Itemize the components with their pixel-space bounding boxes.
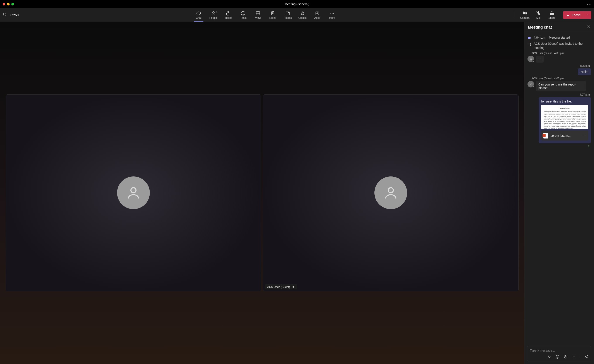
svg-point-31 [530,58,531,59]
composer-separator [580,355,580,359]
chat-message-self[interactable]: Hello! [578,68,591,75]
svg-point-3 [243,13,244,13]
participant-name-plate: ACS User (Guest) [265,284,297,290]
react-label: React [240,16,246,20]
apps-icon [315,11,320,16]
more-button[interactable]: More [328,11,337,20]
apps-button[interactable]: Apps [313,11,322,20]
svg-point-16 [332,13,332,13]
view-button[interactable]: View [253,11,263,20]
react-icon [241,11,246,16]
view-icon [255,11,261,16]
message-timestamp: 4:05 p.m. [527,64,591,67]
svg-point-34 [556,355,559,358]
svg-point-32 [530,83,531,84]
svg-point-17 [333,13,334,13]
emoji-button[interactable] [555,355,560,359]
svg-point-33 [588,145,590,147]
rooms-label: Rooms [284,16,292,20]
shield-icon[interactable] [3,13,7,18]
participant-name: ACS User (Guest) [267,285,290,289]
rooms-icon [285,11,290,16]
chat-icon [196,11,201,16]
mic-off-icon [536,11,541,16]
apps-label: Apps [314,16,320,20]
notes-icon [270,11,275,16]
close-chat-button[interactable] [587,25,591,30]
message-header: ACS User (Guest)4:05 p.m. [531,52,591,55]
chat-message-list[interactable]: 4:04 p.m. Meeting started ACS User (Gues… [524,33,594,344]
more-label: More [329,16,335,20]
rooms-button[interactable]: Rooms [283,11,292,20]
chat-panel: Meeting chat 4:04 p.m. Meeting started A… [524,22,594,364]
leave-caret-button[interactable] [584,11,591,19]
window-title: Meeting (General) [285,2,310,6]
people-button[interactable]: 2 People [209,11,218,20]
meeting-started-icon [527,36,531,40]
chat-message[interactable]: Can you send me the report please? [536,81,586,91]
raise-label: Raise [225,16,232,20]
leave-label: Leave [572,13,581,17]
leave-button[interactable]: Leave [563,11,584,19]
react-button[interactable]: React [239,11,248,20]
svg-point-23 [388,188,393,193]
svg-point-22 [131,188,136,193]
format-button[interactable] [547,355,551,359]
sender-avatar-icon [527,81,534,88]
camera-button[interactable]: Camera [520,11,529,20]
maximize-window-button[interactable] [11,3,14,6]
notes-button[interactable]: Notes [268,11,277,20]
share-label: Share [548,16,555,20]
raise-hand-icon [226,11,231,16]
share-icon [549,11,554,16]
video-stage: ACS User (Guest) [0,22,524,364]
chat-message-self-file[interactable]: for sure, this is the file: Lorem ipsum … [539,97,591,143]
participant-tile-guest[interactable]: ACS User (Guest) [263,94,519,291]
close-window-button[interactable] [3,3,5,6]
chat-message[interactable]: Hi [536,56,544,63]
copilot-button[interactable]: Copilot [298,11,307,20]
svg-point-15 [330,13,331,13]
camera-label: Camera [520,16,529,20]
file-preview[interactable]: Lorem ipsum Lorem ipsum dolor sit amet, … [541,105,588,129]
system-message: 4:04 p.m. Meeting started [533,35,570,40]
people-count-badge: 2 [216,10,217,13]
invited-icon [527,42,531,46]
system-message: ACS User (Guest) was invited to the meet… [533,42,591,50]
chat-panel-title: Meeting chat [528,25,552,30]
message-composer [524,344,594,364]
avatar-placeholder-icon [374,176,407,209]
file-name: Lorem ipsum.... [550,134,580,137]
people-label: People [209,16,217,20]
titlebar: Meeting (General) [0,0,594,8]
svg-point-2 [242,13,243,13]
avatar-placeholder-icon [117,176,150,209]
message-timestamp: 4:07 p.m. [527,93,591,96]
mic-muted-icon [292,285,295,289]
svg-point-35 [557,356,557,357]
message-input[interactable] [530,349,588,352]
loop-button[interactable] [563,355,568,359]
svg-rect-7 [271,12,274,15]
meeting-toolbar: 02:59 Chat 2 People Raise React V [0,8,594,22]
attach-button[interactable] [572,355,576,359]
mic-button[interactable]: Mic [534,11,543,20]
file-attachment[interactable]: Lorem ipsum.... ⋯ [541,131,588,141]
raise-hand-button[interactable]: Raise [224,11,233,20]
file-more-button[interactable]: ⋯ [582,133,586,138]
view-label: View [255,16,261,20]
send-button[interactable] [584,355,588,359]
svg-rect-28 [528,37,530,39]
titlebar-more-button[interactable] [587,4,591,5]
copilot-icon [300,11,305,16]
camera-off-icon [522,11,527,16]
share-button[interactable]: Share [547,11,556,20]
chat-button[interactable]: Chat [194,11,203,20]
svg-point-1 [241,11,245,15]
people-icon [211,11,216,16]
powerpoint-file-icon [543,133,548,139]
sender-avatar-icon [527,56,534,62]
participant-tile-self[interactable] [6,94,261,291]
minimize-window-button[interactable] [7,3,10,6]
mic-label: Mic [536,16,540,20]
